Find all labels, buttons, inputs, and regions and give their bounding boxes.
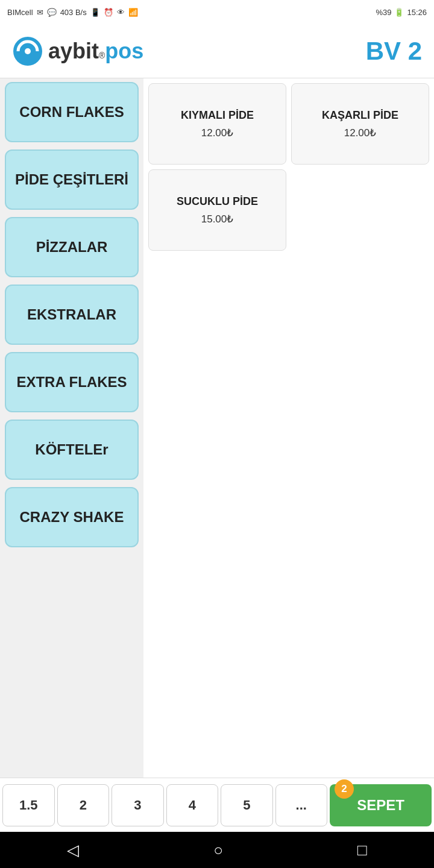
logo-pos: pos [105, 39, 143, 64]
sidebar-item-corn-flakes[interactable]: CORN FLAKES [5, 82, 139, 142]
header: aybit ® pos BV 2 [0, 24, 434, 78]
alarm-icon: ⏰ [104, 8, 113, 17]
header-title: BV 2 [366, 37, 422, 66]
speed-label: 403 B/s [60, 8, 87, 17]
sidebar-item-crazy-shake[interactable]: CRAZY SHAKE [5, 487, 139, 547]
qty-button-4[interactable]: 4 [166, 784, 219, 826]
email-icon: ✉ [37, 8, 43, 17]
status-left: BIMcell ✉ 💬 403 B/s 📱 ⏰ 👁 📶 [7, 8, 138, 17]
sepet-area: 2 SEPET [330, 784, 432, 826]
product-card-sucuklu-pide[interactable]: SUCUKLU PİDE 15.00₺ [148, 169, 286, 251]
eye-icon: 👁 [117, 8, 125, 17]
sidebar-item-pide-cesitleri[interactable]: PİDE ÇEŞİTLERİ [5, 149, 139, 210]
battery-icon: 🔋 [394, 8, 404, 17]
product-area: KIYMALI PİDE 12.00₺ KAŞARLI PİDE 12.00₺ … [143, 78, 434, 778]
back-icon[interactable]: ◁ [67, 841, 79, 860]
svg-point-1 [25, 48, 31, 54]
main-content: CORN FLAKES PİDE ÇEŞİTLERİ PİZZALAR EKST… [0, 78, 434, 778]
cart-badge: 2 [335, 779, 354, 799]
qty-button-15[interactable]: 1.5 [2, 784, 55, 826]
qty-button-5[interactable]: 5 [221, 784, 273, 826]
qty-button-more[interactable]: ... [275, 784, 328, 826]
wifi-icon: 📶 [128, 8, 138, 17]
status-bar: BIMcell ✉ 💬 403 B/s 📱 ⏰ 👁 📶 %39 🔋 15:26 [0, 0, 434, 24]
aybit-logo-icon [12, 36, 43, 67]
logo-container: aybit ® pos [12, 36, 143, 67]
qty-button-3[interactable]: 3 [112, 784, 164, 826]
status-right: %39 🔋 15:26 [376, 8, 427, 17]
product-name-sucuklu-pide: SUCUKLU PİDE [177, 195, 258, 208]
product-card-kasarli-pide[interactable]: KAŞARLI PİDE 12.00₺ [291, 83, 429, 165]
logo-text: aybit ® pos [48, 39, 143, 64]
sidebar-item-ekstralar[interactable]: EKSTRALAR [5, 285, 139, 345]
home-icon[interactable]: ○ [213, 841, 223, 860]
qty-button-2[interactable]: 2 [57, 784, 110, 826]
product-price-kasarli-pide: 12.00₺ [344, 127, 377, 139]
sidebar-item-extra-flakes[interactable]: EXTRA FLAKES [5, 352, 139, 412]
nav-bar: ◁ ○ □ [0, 832, 434, 868]
logo-registered: ® [99, 51, 105, 60]
product-price-sucuklu-pide: 15.00₺ [201, 213, 234, 225]
bottom-bar: 1.5 2 3 4 5 ... 2 SEPET [0, 778, 434, 832]
product-price-kiymali-pide: 12.00₺ [201, 127, 234, 139]
recents-icon[interactable]: □ [357, 841, 367, 860]
product-card-kiymali-pide[interactable]: KIYMALI PİDE 12.00₺ [148, 83, 286, 165]
sidebar-item-pizzalar[interactable]: PİZZALAR [5, 217, 139, 277]
sidebar: CORN FLAKES PİDE ÇEŞİTLERİ PİZZALAR EKST… [0, 78, 143, 778]
sim-icon: 📱 [90, 8, 100, 17]
time-label: 15:26 [407, 8, 427, 17]
battery-label: %39 [376, 8, 391, 17]
product-name-kasarli-pide: KAŞARLI PİDE [322, 109, 398, 122]
sidebar-item-kofteler[interactable]: KÖFTELEr [5, 420, 139, 480]
product-name-kiymali-pide: KIYMALI PİDE [181, 109, 254, 122]
carrier-label: BIMcell [7, 8, 33, 17]
logo-aybit: aybit [48, 39, 99, 64]
message-icon: 💬 [47, 8, 57, 17]
